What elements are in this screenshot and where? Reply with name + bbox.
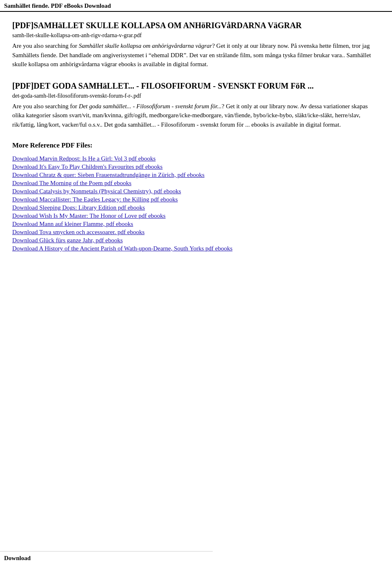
ref-link-1[interactable]: Download Marvin Redpost: Is He a Girl: V… (12, 155, 380, 162)
ref-link-12[interactable]: Download A History of the Ancient Parish… (12, 245, 380, 252)
section-1-heading: [PDF]SAMHäLLET SKULLE KOLLAPSA OM ANHöRI… (12, 20, 380, 31)
more-references-section: More Reference PDF Files: Download Marvi… (12, 141, 380, 252)
page-title: Samhället fiende. PDF eBooks Download (4, 2, 111, 9)
ref-link-10[interactable]: Download Tova smycken och accessoarer. p… (12, 229, 380, 236)
ref-link-8[interactable]: Download Wish Is My Master: The Honor of… (12, 212, 380, 219)
more-references-title: More Reference PDF Files: (12, 141, 380, 150)
download-label: Download (4, 555, 31, 561)
ref-link-5[interactable]: Download Catalysis by Nonmetals (Physica… (12, 188, 380, 195)
reference-links-list: Download Marvin Redpost: Is He a Girl: V… (12, 155, 380, 252)
section-2-url: det-goda-samh-llet-filosofiforum-svenskt… (12, 93, 380, 99)
ref-link-2[interactable]: Download It's Easy To Play Children's Fa… (12, 163, 380, 170)
ref-link-4[interactable]: Download The Morning of the Poem pdf ebo… (12, 180, 380, 187)
section-2-body: Are you also searching for Det goda samh… (12, 102, 380, 130)
ref-link-7[interactable]: Download Sleeping Dogs: Library Edition … (12, 204, 380, 211)
ref-link-11[interactable]: Download Glück fürs ganze Jahr, pdf eboo… (12, 237, 380, 244)
download-bar[interactable]: Download (0, 551, 213, 565)
ref-link-6[interactable]: Download Maccallister: The Eagles Legacy… (12, 196, 380, 203)
main-content: [PDF]SAMHäLLET SKULLE KOLLAPSA OM ANHöRI… (0, 12, 392, 261)
ref-link-9[interactable]: Download Mann auf kleiner Flamme, pdf eb… (12, 221, 380, 228)
section-1-url: samh-llet-skulle-kollapsa-om-anh-rigv-rd… (12, 32, 380, 39)
ref-link-3[interactable]: Download Chratz & quer: Sieben Frauensta… (12, 172, 380, 179)
section-1-body: Are you also searching for Samhället sku… (12, 41, 380, 69)
section-2-heading: [PDF]DET GODA SAMHäLLET... - FILOSOFIFOR… (12, 80, 380, 91)
page-header: Samhället fiende. PDF eBooks Download (0, 0, 392, 12)
section-2: [PDF]DET GODA SAMHäLLET... - FILOSOFIFOR… (12, 80, 380, 130)
section-1: [PDF]SAMHäLLET SKULLE KOLLAPSA OM ANHöRI… (12, 20, 380, 69)
